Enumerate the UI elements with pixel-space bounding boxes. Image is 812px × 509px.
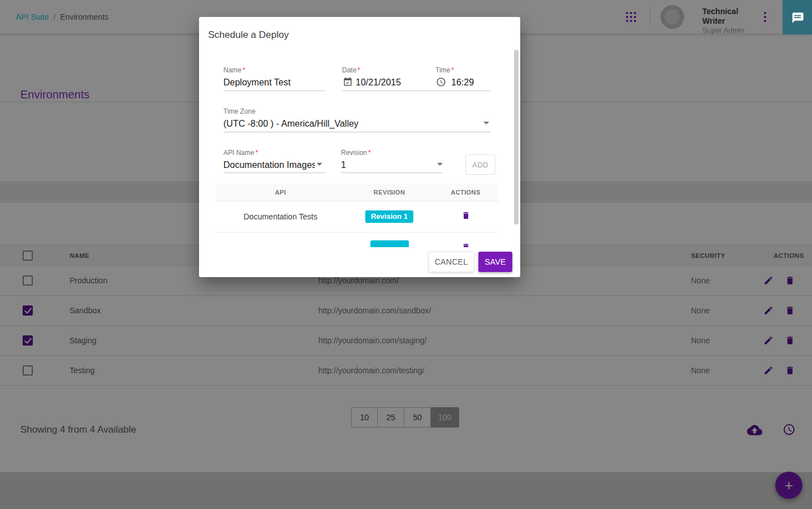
cancel-button[interactable]: CANCEL [429, 252, 474, 272]
api-name-caret-icon[interactable] [317, 163, 322, 166]
required-asterisk: * [368, 149, 371, 157]
required-asterisk: * [256, 149, 258, 157]
deploy-api-name: Documentation Tests [215, 212, 345, 221]
deploy-table-row: Documentation Tests Revision 1 [215, 201, 498, 232]
date-input[interactable]: 10/21/2015 [356, 77, 401, 88]
add-button[interactable]: ADD [465, 154, 495, 175]
schedule-deploy-modal: Schedule a Deploy Name* Deployment Test … [199, 17, 520, 277]
revision-chip: Revision 1 [365, 210, 413, 223]
api-name-label: API Name* [223, 149, 258, 157]
revision-chip [370, 240, 409, 247]
timezone-underline [223, 132, 491, 132]
date-underline [342, 90, 434, 91]
name-input[interactable]: Deployment Test [223, 77, 291, 88]
delete-trash-icon[interactable] [461, 210, 470, 221]
time-input[interactable]: 16:29 [451, 77, 474, 88]
revision-label: Revision* [341, 149, 371, 157]
deploy-table-row-clipped [215, 232, 498, 247]
column-header-revision: REVISION [345, 189, 433, 196]
clock-icon[interactable] [436, 77, 446, 87]
timezone-label: Time Zone [223, 107, 256, 115]
time-label: Time* [435, 66, 454, 74]
deploy-api-table: API REVISION ACTIONS Documentation Tests… [215, 183, 498, 247]
calendar-icon[interactable] [343, 77, 353, 87]
deploy-table-header: API REVISION ACTIONS [215, 183, 498, 201]
deploy-actions-cell [433, 232, 498, 247]
save-button[interactable]: SAVE [478, 252, 512, 272]
revision-chip-cell [345, 232, 433, 247]
revision-chip-cell: Revision 1 [345, 210, 433, 223]
required-asterisk: * [451, 66, 454, 74]
name-underline [223, 90, 325, 91]
revision-underline [341, 172, 443, 173]
date-label: Date* [342, 66, 360, 74]
modal-title: Schedule a Deploy [208, 29, 289, 41]
time-underline [435, 90, 491, 91]
required-asterisk: * [243, 66, 245, 74]
required-asterisk: * [357, 66, 360, 74]
chat-button[interactable] [783, 0, 812, 34]
timezone-select[interactable]: (UTC -8:00 ) - America/Hill_Valley [223, 119, 359, 129]
delete-trash-icon[interactable] [461, 242, 470, 247]
api-name-underline [223, 172, 325, 173]
app-root: API Suite / Environments Technical Write… [0, 0, 812, 509]
column-header-actions: ACTIONS [433, 189, 498, 196]
deploy-actions-cell [433, 210, 498, 223]
revision-select[interactable]: 1 [341, 160, 346, 170]
chat-icon [790, 10, 805, 25]
api-name-select[interactable]: Documentation Images T [223, 160, 315, 170]
revision-caret-icon[interactable] [437, 163, 443, 166]
modal-scrollbar-thumb[interactable] [514, 50, 519, 225]
timezone-caret-icon[interactable] [483, 122, 489, 124]
column-header-api: API [215, 189, 345, 196]
name-label: Name* [223, 66, 245, 74]
